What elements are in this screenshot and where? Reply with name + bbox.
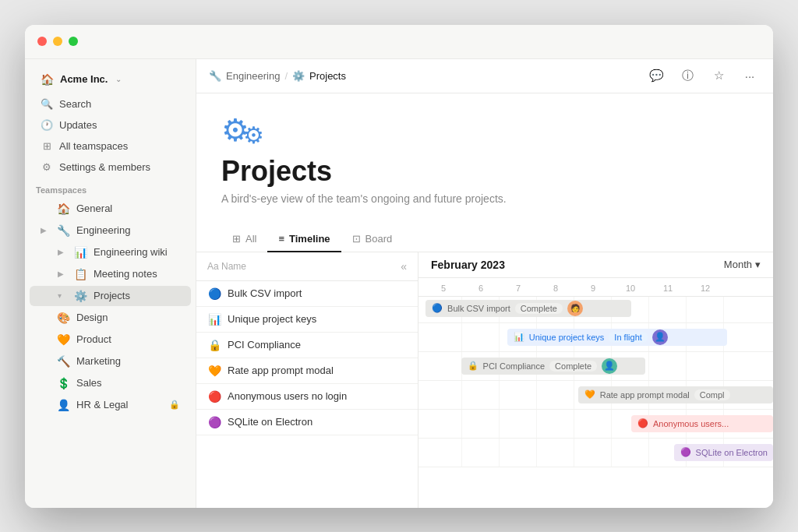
sidebar-item-marketing[interactable]: 🔨 Marketing xyxy=(30,351,191,372)
grid-col xyxy=(574,439,612,467)
topbar-actions: 💬 ⓘ ☆ ··· xyxy=(645,65,761,86)
grid-col xyxy=(500,323,537,351)
sidebar-item-meeting-notes[interactable]: ▶ 📋 Meeting notes xyxy=(30,264,191,284)
table-row[interactable]: 🔴 Anonymous users no login xyxy=(196,384,418,410)
grid-col xyxy=(574,410,612,438)
grid-col xyxy=(462,323,500,351)
sidebar-item-label: Product xyxy=(76,333,111,345)
grid-col xyxy=(462,352,500,380)
date-col: 11 xyxy=(649,280,687,296)
topbar: 🔧 Engineering / ⚙️ Projects 💬 ⓘ ☆ ··· xyxy=(196,59,773,93)
timeline-left-header: Aa Name « xyxy=(196,252,418,281)
breadcrumb-current: Projects xyxy=(309,70,346,82)
grid-col xyxy=(537,439,574,467)
tab-label: All xyxy=(245,233,256,245)
table-row[interactable]: 🔵 Bulk CSV import xyxy=(196,281,418,307)
workspace-selector[interactable]: 🏠 Acme Inc. ⌄ xyxy=(30,69,191,90)
grid-col xyxy=(687,294,724,322)
sidebar-item-general[interactable]: 🏠 General xyxy=(30,199,191,219)
close-button[interactable] xyxy=(37,37,47,46)
timeline-left-panel: Aa Name « 🔵 Bulk CSV import 📊 Unique pro… xyxy=(196,252,418,508)
grid-col xyxy=(687,381,724,409)
minimize-button[interactable] xyxy=(53,37,62,46)
sidebar-item-projects[interactable]: ▾ ⚙️ Projects xyxy=(30,286,191,306)
sidebar-item-updates[interactable]: 🕐 Updates xyxy=(30,115,191,135)
grid-col xyxy=(537,410,574,438)
grid-col xyxy=(574,352,612,380)
date-grid-header: 5 6 7 8 9 10 11 12 xyxy=(418,280,773,297)
grid-col xyxy=(649,410,687,438)
grid-col xyxy=(612,410,649,438)
search-icon: 🔍 xyxy=(41,98,53,110)
clock-icon: 🕐 xyxy=(41,119,53,131)
chart-icon: 📊 xyxy=(73,246,87,259)
gantt-row: 🔴 Anonymous users... xyxy=(418,410,773,439)
more-button[interactable]: ··· xyxy=(739,65,761,86)
sidebar-item-eng-wiki[interactable]: ▶ 📊 Engineering wiki xyxy=(30,242,191,262)
table-row[interactable]: 🟣 SQLite on Electron xyxy=(196,410,418,435)
tab-all[interactable]: ⊞ All xyxy=(221,227,267,252)
projects-icon: ⚙️ xyxy=(73,290,87,302)
maximize-button[interactable] xyxy=(69,37,78,46)
chat-button[interactable]: 💬 xyxy=(645,65,667,86)
grid-col xyxy=(537,352,574,380)
timeline-icon: ≡ xyxy=(278,233,284,245)
date-col: 8 xyxy=(537,280,574,296)
info-button[interactable]: ⓘ xyxy=(676,65,698,86)
date-col: 7 xyxy=(500,280,537,296)
star-button[interactable]: ☆ xyxy=(708,65,729,86)
collapse-button[interactable]: « xyxy=(401,260,407,273)
breadcrumb: 🔧 Engineering / ⚙️ Projects xyxy=(209,70,346,82)
sidebar-item-product[interactable]: 🧡 Product xyxy=(30,329,191,350)
workspace-icon: 🏠 xyxy=(41,73,54,86)
sidebar-item-label: All teamspaces xyxy=(59,140,128,152)
breadcrumb-parent: Engineering xyxy=(226,70,280,82)
arrow-icon: ▶ xyxy=(58,270,67,278)
breadcrumb-parent-icon: 🔧 xyxy=(209,70,221,82)
sidebar-item-label: Engineering xyxy=(76,224,130,236)
notes-icon: 📋 xyxy=(73,268,87,280)
name-column-label: Aa Name xyxy=(207,261,246,272)
table-row[interactable]: 🧡 Rate app prompt modal xyxy=(196,358,418,384)
grid-col xyxy=(612,323,649,351)
app-window: 🏠 Acme Inc. ⌄ 🔍 Search 🕐 Updates ⊞ All t… xyxy=(25,25,773,508)
grid-col xyxy=(687,323,724,351)
sales-icon: 💲 xyxy=(56,377,70,389)
pci-icon: 🔒 xyxy=(207,339,221,351)
grid-col xyxy=(649,439,687,467)
breadcrumb-separator: / xyxy=(284,70,288,82)
sidebar-item-teamspaces[interactable]: ⊞ All teamspaces xyxy=(30,136,191,156)
row-name: Bulk CSV import xyxy=(228,287,302,299)
grid-col xyxy=(612,439,649,467)
row-name: PCI Compliance xyxy=(228,339,301,351)
timeline-grid-rows: 🔵 Bulk CSV import Complete 🧑 xyxy=(418,294,773,467)
grid-col xyxy=(687,410,724,438)
sidebar-item-settings[interactable]: ⚙ Settings & members xyxy=(30,157,191,177)
grid-col xyxy=(425,410,462,438)
row-name: SQLite on Electron xyxy=(228,416,312,428)
tab-board[interactable]: ⊡ Board xyxy=(341,227,404,252)
sidebar-item-hr-legal[interactable]: 👤 HR & Legal 🔒 xyxy=(30,395,191,415)
sidebar-item-engineering[interactable]: ▶ 🔧 Engineering xyxy=(30,220,191,241)
table-row[interactable]: 🔒 PCI Compliance xyxy=(196,333,418,358)
month-selector[interactable]: Month ▾ xyxy=(724,259,761,270)
grid-col xyxy=(537,294,574,322)
table-row[interactable]: 📊 Unique project keys xyxy=(196,307,418,333)
marketing-icon: 🔨 xyxy=(56,355,70,368)
page-subtitle: A bird's-eye view of the team's ongoing … xyxy=(221,192,748,205)
tab-timeline[interactable]: ≡ Timeline xyxy=(267,227,341,252)
sidebar-item-sales[interactable]: 💲 Sales xyxy=(30,373,191,393)
teamspaces-label: Teamspaces xyxy=(25,178,196,198)
arrow-icon: ▶ xyxy=(41,226,50,234)
grid-col xyxy=(425,294,462,322)
grid-col xyxy=(649,323,687,351)
unique-keys-icon: 📊 xyxy=(207,313,221,326)
grid-col xyxy=(649,352,687,380)
sidebar-item-search[interactable]: 🔍 Search xyxy=(30,94,191,114)
design-icon: 🎨 xyxy=(56,312,70,324)
grid-col xyxy=(500,439,537,467)
grid-col xyxy=(500,294,537,322)
date-col: 10 xyxy=(612,280,649,296)
sidebar-item-design[interactable]: 🎨 Design xyxy=(30,308,191,328)
grid-icon: ⊞ xyxy=(232,233,241,245)
